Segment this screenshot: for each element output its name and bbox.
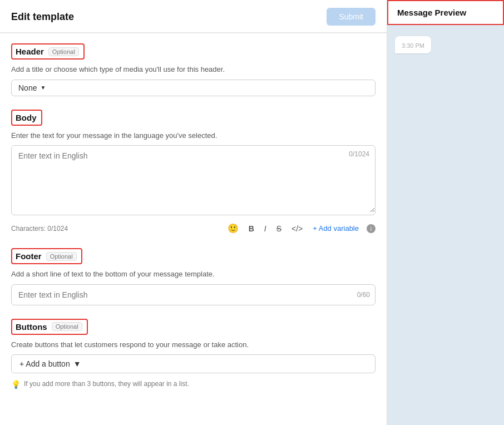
- buttons-section: Buttons Optional Create buttons that let…: [11, 319, 375, 389]
- add-button-button[interactable]: + Add a button ▼: [11, 354, 375, 373]
- strikethrough-button[interactable]: S: [274, 223, 284, 234]
- footer-section: Footer Optional Add a short line of text…: [11, 248, 375, 305]
- main-panel: Edit template Submit Header Optional Add…: [0, 0, 387, 425]
- add-variable-button[interactable]: + Add variable: [310, 223, 361, 234]
- preview-panel: Message Preview 3:30 PM: [387, 0, 504, 425]
- chevron-down-icon: ▼: [40, 85, 46, 91]
- buttons-hint-row: 💡 If you add more than 3 buttons, they w…: [11, 380, 375, 389]
- preview-title: Message Preview: [397, 8, 466, 17]
- format-tools: 🙂 B I S </> + Add variable i: [225, 222, 375, 235]
- body-chars-label: Characters: 0/1024: [11, 225, 68, 233]
- body-description: Enter the text for your message in the l…: [11, 130, 375, 141]
- body-char-count-inside: 0/1024: [349, 150, 369, 158]
- header-section: Header Optional Add a title or choose wh…: [11, 43, 375, 96]
- header-title: Header: [16, 47, 44, 56]
- page-title: Edit template: [11, 11, 74, 23]
- body-title: Body: [16, 113, 37, 122]
- submit-button[interactable]: Submit: [327, 8, 375, 26]
- buttons-description: Create buttons that let customers respon…: [11, 339, 375, 350]
- footer-outlined-box: Footer Optional: [11, 248, 82, 264]
- preview-header: Message Preview: [387, 0, 504, 25]
- preview-time: 3:30 PM: [402, 42, 424, 49]
- footer-title: Footer: [16, 251, 42, 261]
- buttons-label-row: Buttons Optional: [11, 319, 375, 335]
- footer-description: Add a short line of text to the bottom o…: [11, 269, 375, 280]
- header-type-dropdown[interactable]: None ▼: [11, 80, 375, 96]
- header-description: Add a title or choose which type of medi…: [11, 64, 375, 75]
- buttons-optional-badge: Optional: [52, 322, 82, 331]
- buttons-outlined-box: Buttons Optional: [11, 319, 88, 335]
- bold-button[interactable]: B: [246, 223, 256, 234]
- footer-label-row: Footer Optional: [11, 248, 375, 264]
- emoji-button[interactable]: 🙂: [225, 222, 241, 235]
- form-body: Header Optional Add a title or choose wh…: [0, 33, 387, 399]
- preview-body: 3:30 PM: [387, 25, 504, 425]
- preview-bubble: 3:30 PM: [395, 36, 431, 53]
- add-button-label: + Add a button: [19, 359, 70, 368]
- lightbulb-icon: 💡: [11, 380, 21, 389]
- italic-button[interactable]: I: [262, 223, 269, 234]
- body-textarea[interactable]: [12, 146, 375, 212]
- code-button[interactable]: </>: [289, 223, 305, 234]
- buttons-title: Buttons: [16, 322, 47, 332]
- footer-input-wrap: 0/60: [11, 284, 375, 305]
- body-section: Body Enter the text for your message in …: [11, 110, 375, 235]
- footer-char-count: 0/60: [357, 291, 370, 299]
- header-bar: Edit template Submit: [0, 0, 387, 33]
- footer-optional-badge: Optional: [46, 252, 77, 261]
- body-outlined-box: Body: [11, 110, 42, 126]
- header-label-row: Header Optional: [11, 43, 375, 60]
- body-label-row: Body: [11, 110, 375, 126]
- body-toolbar: Characters: 0/1024 🙂 B I S </> + Add var…: [11, 222, 375, 235]
- header-dropdown-label: None: [18, 83, 37, 92]
- header-outlined-box: Header Optional: [11, 43, 85, 60]
- info-icon[interactable]: i: [367, 224, 375, 233]
- buttons-hint-text: If you add more than 3 buttons, they wil…: [24, 380, 189, 388]
- footer-input[interactable]: [11, 284, 375, 305]
- header-optional-badge: Optional: [48, 47, 79, 56]
- chevron-down-icon: ▼: [73, 359, 81, 368]
- body-textarea-wrapper: 0/1024: [11, 145, 375, 215]
